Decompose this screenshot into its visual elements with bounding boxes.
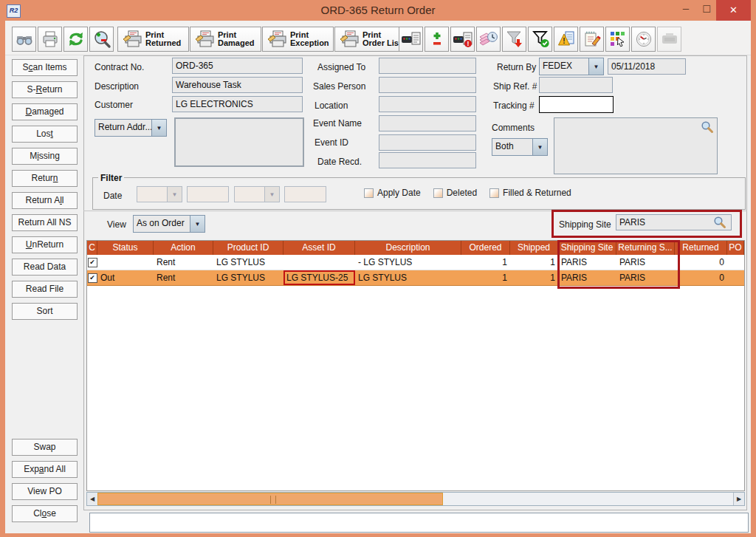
contract-no-field[interactable]: ORD-365 (172, 58, 303, 74)
customer-field[interactable]: LG ELECTRONICS (172, 96, 303, 112)
sidebar-button-sort[interactable]: Sort (12, 303, 78, 320)
horizontal-scrollbar[interactable]: ◀ ▶ (86, 492, 745, 506)
sidebar-button-read-data[interactable]: Read Data (12, 259, 78, 276)
column-header-shipping-site[interactable]: Shipping Site (558, 241, 616, 255)
checkbox-icon (433, 188, 443, 198)
schedule-notes-button[interactable] (476, 27, 501, 52)
description-field[interactable]: Warehouse Task (172, 77, 303, 93)
sidebar-button-s-return[interactable]: S-Return (12, 81, 78, 98)
table-row[interactable]: ✔RentLG STYLUS- LG STYLUS11PARISPARIS0 (87, 255, 744, 270)
printer-icon (41, 30, 60, 49)
return-addr-combo[interactable]: Return Addr... ▼ (94, 119, 167, 137)
print-button-label: PrintDamaged (218, 31, 255, 47)
ship-ref-field[interactable] (539, 77, 613, 93)
print-order-list-button[interactable]: PrintOrder List (334, 27, 406, 52)
sidebar-button-view-po[interactable]: View PO (12, 483, 78, 500)
tracking-field[interactable] (539, 96, 614, 113)
sidebar-button-return-all[interactable]: Return All (12, 192, 78, 209)
add-remove-button[interactable] (425, 27, 449, 52)
checkbox-label: Deleted (447, 188, 477, 198)
return-date-field[interactable]: 05/11/2018 (608, 58, 686, 75)
column-header-returning-s[interactable]: Returning S... (616, 241, 675, 255)
sidebar-button-close[interactable]: Close (12, 505, 78, 522)
cell-action: Rent (154, 255, 213, 270)
cell-returning-s: PARIS (616, 255, 675, 270)
chevron-down-icon: ▼ (264, 187, 279, 202)
maximize-button[interactable]: ☐ (697, 0, 716, 21)
funnel-apply-icon (505, 30, 524, 49)
cell-status: Out (97, 270, 154, 285)
print-returned-button[interactable]: PrintReturned (117, 27, 189, 52)
view-combo[interactable]: As on Order ▼ (133, 215, 205, 233)
scrollbar-thumb[interactable] (97, 493, 443, 505)
sidebar-button-damaged[interactable]: Damaged (12, 103, 78, 120)
comments-box[interactable] (554, 117, 718, 174)
cell-returned: 0 (675, 270, 727, 285)
column-header-shipped[interactable]: Shipped (510, 241, 558, 255)
event-name-field[interactable] (379, 115, 476, 131)
comments-mode-value: Both (492, 139, 532, 155)
comments-mode-combo[interactable]: Both ▼ (492, 138, 548, 156)
checkbox-filled-returned[interactable]: Filled & Returned (489, 188, 571, 198)
cell-ordered: 1 (461, 270, 510, 285)
close-button[interactable]: ✕ (716, 0, 751, 21)
filter-date-field-1 (187, 186, 229, 202)
scroll-left-icon[interactable]: ◀ (87, 493, 98, 505)
column-header-ordered[interactable]: Ordered (461, 241, 510, 255)
sidebar-button-expand-all[interactable]: Expand All (12, 461, 78, 478)
event-id-field[interactable] (379, 134, 476, 151)
sidebar-button-return-all-ns[interactable]: Return All NS (12, 214, 78, 231)
zoom-button[interactable] (89, 27, 114, 52)
column-header-returned[interactable]: Returned (675, 241, 727, 255)
exception-report-button[interactable]: ! (554, 27, 578, 52)
return-by-combo[interactable]: FEDEX ▼ (539, 58, 604, 75)
column-header-po[interactable]: PO (727, 241, 744, 255)
sidebar-button-return[interactable]: Return (12, 170, 78, 187)
funnel-apply-button[interactable] (502, 27, 526, 52)
sidebar-button-read-file[interactable]: Read File (12, 281, 78, 298)
print-exception-button[interactable]: PrintException (262, 27, 334, 52)
column-header-product-id[interactable]: Product ID (213, 241, 284, 255)
column-header-status[interactable]: Status (97, 241, 154, 255)
sidebar-button-missing[interactable]: Missing (12, 148, 78, 165)
print-damaged-button[interactable]: PrintDamaged (190, 27, 261, 52)
comments-search-icon[interactable] (701, 120, 714, 136)
funnel-clear-button[interactable] (528, 27, 552, 52)
sidebar-button-unreturn[interactable]: UnReturn (12, 236, 78, 253)
scan-alert-button[interactable]: ! (450, 27, 475, 52)
clock-button[interactable] (631, 27, 656, 52)
sidebar-button-swap[interactable]: Swap (12, 439, 78, 456)
cell-po (727, 255, 744, 270)
date-recd-field[interactable] (379, 152, 476, 168)
table-row[interactable]: ✔OutRentLG STYLUSLG STYLUS-25LG STYLUS11… (87, 270, 744, 286)
row-checkbox[interactable]: ✔ (87, 270, 97, 285)
binoculars-button[interactable] (12, 27, 36, 52)
column-header-description[interactable]: Description (355, 241, 461, 255)
column-header-action[interactable]: Action (154, 241, 213, 255)
cell-action: Rent (154, 270, 213, 285)
comments-label: Comments (492, 123, 535, 133)
checkbox-apply-date[interactable]: Apply Date (364, 188, 421, 198)
return-address-box[interactable] (174, 117, 304, 167)
sales-person-field[interactable] (379, 77, 476, 93)
refresh-button[interactable] (63, 27, 88, 52)
printer-button[interactable] (38, 27, 62, 52)
status-text-area[interactable] (89, 513, 749, 533)
assigned-to-field[interactable] (379, 58, 476, 74)
divider (83, 211, 747, 211)
column-header-c[interactable]: C (87, 241, 97, 255)
scan-device-button[interactable] (399, 27, 423, 52)
shipping-site-search-icon[interactable] (713, 216, 726, 231)
row-checkbox[interactable]: ✔ (87, 255, 97, 270)
refresh-icon (66, 30, 86, 49)
cell-asset-id: LG STYLUS-25 (284, 270, 355, 285)
scroll-right-icon[interactable]: ▶ (733, 493, 744, 505)
location-field[interactable] (379, 96, 476, 112)
minimize-button[interactable]: – (676, 0, 695, 21)
sidebar-button-lost[interactable]: Lost (12, 126, 78, 143)
sidebar-button-scan-items[interactable]: Scan Items (12, 59, 78, 76)
checkbox-deleted[interactable]: Deleted (433, 188, 477, 198)
color-options-button[interactable] (605, 27, 630, 52)
edit-notes-button[interactable] (580, 27, 604, 52)
column-header-asset-id[interactable]: Asset ID (284, 241, 355, 255)
